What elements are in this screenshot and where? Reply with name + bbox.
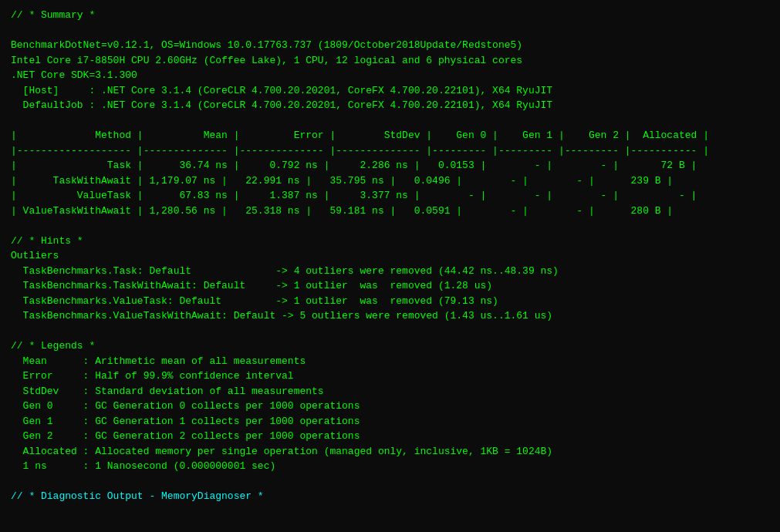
legend-line-8: 1 ns : 1 Nanosecond (0.000000001 sec) (11, 460, 275, 472)
legend-line-3: StdDev : Standard deviation of all measu… (11, 386, 324, 397)
legend-line-5: Gen 1 : GC Generation 1 collects per 100… (11, 416, 360, 427)
blank-line4 (11, 325, 17, 337)
table-row-3: | ValueTask | 67.83 ns | 1.387 ns | 3.37… (11, 190, 697, 201)
table-header: | Method | Mean | Error | StdDev | Gen 0… (11, 130, 709, 141)
table-separator: |------------------- |-------------- |--… (11, 145, 709, 157)
summary-comment: // * Summary * (11, 9, 95, 21)
system-info-line5: DefaultJob : .NET Core 3.1.4 (CoreCLR 4.… (11, 99, 552, 111)
outliers-title: Outliers (11, 250, 59, 261)
blank-line5 (11, 476, 17, 487)
blank-line (11, 25, 17, 36)
legend-line-7: Allocated : Allocated memory per single … (11, 446, 552, 457)
outlier-line-1: TaskBenchmarks.Task: Default -> 4 outlie… (11, 265, 559, 277)
table-row-4: | ValueTaskWithAwait | 1,280.56 ns | 25.… (11, 205, 673, 217)
system-info-line1: BenchmarkDotNet=v0.12.1, OS=Windows 10.0… (11, 39, 522, 51)
legend-line-4: Gen 0 : GC Generation 0 collects per 100… (11, 400, 360, 412)
table-row-1: | Task | 36.74 ns | 0.792 ns | 2.286 ns … (11, 160, 697, 171)
system-info-line4: [Host] : .NET Core 3.1.4 (CoreCLR 4.700.… (11, 85, 552, 96)
hints-comment: // * Hints * (11, 235, 83, 247)
legends-comment: // * Legends * (11, 340, 95, 352)
table-row-2: | TaskWithAwait | 1,179.07 ns | 22.991 n… (11, 175, 673, 187)
outlier-line-3: TaskBenchmarks.ValueTask: Default -> 1 o… (11, 295, 498, 307)
blank-line3 (11, 220, 17, 231)
system-info-line3: .NET Core SDK=3.1.300 (11, 69, 137, 81)
diagnostic-comment: // * Diagnostic Output - MemoryDiagnoser… (11, 490, 264, 502)
legend-line-1: Mean : Arithmetic mean of all measuremen… (11, 355, 306, 367)
outlier-line-2: TaskBenchmarks.TaskWithAwait: Default ->… (11, 280, 492, 291)
terminal-output: // * Summary * BenchmarkDotNet=v0.12.1, … (11, 8, 769, 504)
legend-line-6: Gen 2 : GC Generation 2 collects per 100… (11, 430, 360, 442)
blank-line2 (11, 115, 17, 126)
system-info-line2: Intel Core i7-8850H CPU 2.60GHz (Coffee … (11, 55, 522, 66)
outlier-line-4: TaskBenchmarks.ValueTaskWithAwait: Defau… (11, 310, 552, 322)
legend-line-2: Error : Half of 99.9% confidence interva… (11, 370, 294, 382)
